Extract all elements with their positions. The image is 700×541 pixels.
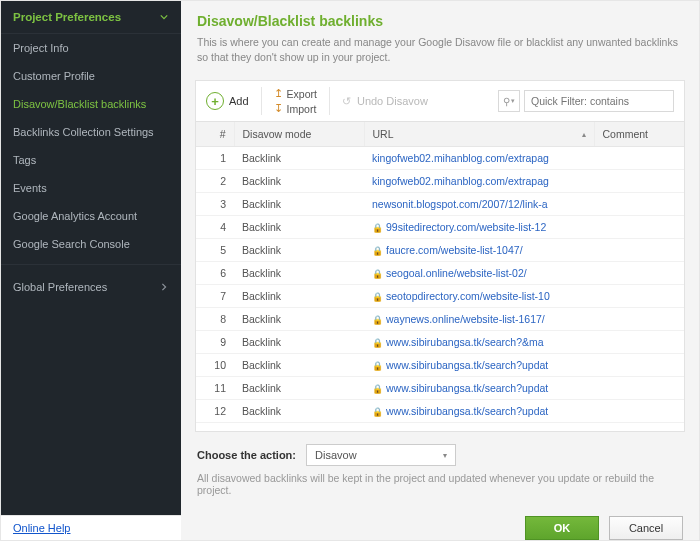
lock-icon: 🔒 — [372, 384, 383, 394]
sidebar-section-project-preferences[interactable]: Project Preferences — [1, 1, 181, 34]
col-header-url[interactable]: URL▴ — [364, 122, 594, 147]
sidebar-item-events[interactable]: Events — [1, 174, 181, 202]
sidebar-nav-list: Project InfoCustomer ProfileDisavow/Blac… — [1, 34, 181, 258]
cell-index: 9 — [196, 331, 234, 354]
cell-index: 7 — [196, 285, 234, 308]
lock-icon: 🔒 — [372, 407, 383, 417]
export-import-stack: ↥ Export ↧ Import — [274, 87, 317, 115]
cell-comment — [594, 262, 684, 285]
chevron-down-icon — [159, 12, 169, 22]
lock-icon: 🔒 — [372, 361, 383, 371]
table-row[interactable]: 11Backlink🔒www.sibirubangsa.tk/search?up… — [196, 377, 684, 400]
cell-mode: Backlink — [234, 400, 364, 423]
chevron-right-icon — [159, 282, 169, 292]
lock-icon: 🔒 — [372, 315, 383, 325]
toolbar-divider — [261, 87, 262, 115]
cell-mode: Backlink — [234, 354, 364, 377]
table-row[interactable]: 9Backlink🔒www.sibirubangsa.tk/search?&ma — [196, 331, 684, 354]
sidebar-section-label: Global Preferences — [13, 281, 107, 293]
page-description: This is where you can create and manage … — [197, 35, 683, 64]
table-row[interactable]: 4Backlink🔒99sitedirectory.com/website-li… — [196, 216, 684, 239]
cell-url[interactable]: newsonit.blogspot.com/2007/12/link-a — [364, 193, 594, 216]
table-row[interactable]: 6Backlink🔒seogoal.online/website-list-02… — [196, 262, 684, 285]
cancel-button[interactable]: Cancel — [609, 516, 683, 540]
cell-url[interactable]: kingofweb02.mihanblog.com/extrapag — [364, 170, 594, 193]
url-link[interactable]: www.sibirubangsa.tk/search?&ma — [386, 336, 544, 348]
url-link[interactable]: waynews.online/website-list-1617/ — [386, 313, 545, 325]
cell-url[interactable]: 🔒www.sibirubangsa.tk/search?&ma — [364, 331, 594, 354]
sidebar-item-backlinks-collection-settings[interactable]: Backlinks Collection Settings — [1, 118, 181, 146]
table-row[interactable]: 8Backlink🔒waynews.online/website-list-16… — [196, 308, 684, 331]
col-header-index[interactable]: # — [196, 122, 234, 147]
table-row[interactable]: 12Backlink🔒www.sibirubangsa.tk/search?up… — [196, 400, 684, 423]
search-input[interactable] — [524, 90, 674, 112]
cell-url[interactable]: 🔒waynews.online/website-list-1617/ — [364, 308, 594, 331]
cell-comment — [594, 285, 684, 308]
cell-mode: Backlink — [234, 285, 364, 308]
url-link[interactable]: seotopdirectory.com/website-list-10 — [386, 290, 550, 302]
cell-comment — [594, 400, 684, 423]
cell-url[interactable]: 🔒seotopdirectory.com/website-list-10 — [364, 285, 594, 308]
sidebar-item-tags[interactable]: Tags — [1, 146, 181, 174]
sidebar-item-project-info[interactable]: Project Info — [1, 34, 181, 62]
url-link[interactable]: www.sibirubangsa.tk/search?updat — [386, 382, 548, 394]
cell-url[interactable]: 🔒www.sibirubangsa.tk/search?updat — [364, 400, 594, 423]
url-link[interactable]: www.sibirubangsa.tk/search?updat — [386, 359, 548, 371]
sidebar-item-google-analytics-account[interactable]: Google Analytics Account — [1, 202, 181, 230]
sidebar-item-disavow-blacklist-backlinks[interactable]: Disavow/Blacklist backlinks — [1, 90, 181, 118]
table-row[interactable]: 3Backlinknewsonit.blogspot.com/2007/12/l… — [196, 193, 684, 216]
cell-comment — [594, 239, 684, 262]
footer-note: All disavowed backlinks will be kept in … — [197, 472, 683, 496]
table-body: 1Backlinkkingofweb02.mihanblog.com/extra… — [196, 147, 684, 432]
cell-index: 1 — [196, 147, 234, 170]
import-button[interactable]: ↧ Import — [274, 102, 317, 115]
url-link[interactable]: newsonit.blogspot.com/2007/12/link-a — [372, 198, 548, 210]
col-header-mode[interactable]: Disavow mode — [234, 122, 364, 147]
page-title: Disavow/Blacklist backlinks — [197, 13, 683, 29]
cell-url[interactable]: 🔒faucre.com/website-list-1047/ — [364, 239, 594, 262]
cell-comment — [594, 308, 684, 331]
table-row[interactable]: 2Backlinkkingofweb02.mihanblog.com/extra… — [196, 170, 684, 193]
cell-url[interactable]: 🔒seogoal.online/website-list-02/ — [364, 262, 594, 285]
export-button[interactable]: ↥ Export — [274, 87, 317, 100]
sidebar-item-google-search-console[interactable]: Google Search Console — [1, 230, 181, 258]
sidebar-column: Project Preferences Project InfoCustomer… — [1, 1, 181, 540]
cell-mode: Backlink — [234, 216, 364, 239]
url-link[interactable]: www.sibirubangsa.tk/search?updat — [386, 405, 548, 417]
cell-index: 11 — [196, 377, 234, 400]
cell-comment — [594, 331, 684, 354]
url-link[interactable]: 99sitedirectory.com/website-list-12 — [386, 221, 546, 233]
lock-icon: 🔒 — [372, 223, 383, 233]
cell-url[interactable]: kingofweb02.mihanblog.com/extrapag — [364, 147, 594, 170]
cell-comment — [594, 377, 684, 400]
url-link[interactable]: seogoal.online/website-list-02/ — [386, 267, 527, 279]
sidebar-item-customer-profile[interactable]: Customer Profile — [1, 62, 181, 90]
table-row[interactable]: 1Backlinkkingofweb02.mihanblog.com/extra… — [196, 147, 684, 170]
cell-url[interactable]: 🔒99sitedirectory.com/website-list-12 — [364, 216, 594, 239]
undo-disavow-button: ↺ Undo Disavow — [342, 95, 428, 108]
table-row[interactable]: 7Backlink🔒seotopdirectory.com/website-li… — [196, 285, 684, 308]
table-row[interactable]: 10Backlink🔒www.sibirubangsa.tk/search?up… — [196, 354, 684, 377]
sidebar-section-global-preferences[interactable]: Global Preferences — [1, 271, 181, 303]
import-icon: ↧ — [274, 102, 283, 115]
add-button[interactable]: + Add — [206, 92, 249, 110]
cell-mode: Backlink — [234, 331, 364, 354]
ok-button[interactable]: OK — [525, 516, 599, 540]
search-mode-dropdown[interactable]: ⚲▾ — [498, 90, 520, 112]
url-link[interactable]: kingofweb02.mihanblog.com/extrapag — [372, 152, 549, 164]
sidebar-separator — [1, 264, 181, 265]
url-link[interactable]: kingofweb02.mihanblog.com/extrapag — [372, 175, 549, 187]
online-help-link[interactable]: Online Help — [13, 522, 70, 534]
lock-icon: 🔒 — [372, 292, 383, 302]
cell-url[interactable]: 🔒www.sibirubangsa.tk/search?updat — [364, 377, 594, 400]
plus-icon: + — [206, 92, 224, 110]
url-link[interactable]: faucre.com/website-list-1047/ — [386, 244, 523, 256]
col-header-comment[interactable]: Comment — [594, 122, 684, 147]
cell-url[interactable]: 🔒www.sibirubangsa.tk/search?updat — [364, 354, 594, 377]
action-select[interactable]: Disavow ▾ — [306, 444, 456, 466]
page-header: Disavow/Blacklist backlinks This is wher… — [181, 1, 699, 70]
lock-icon: 🔒 — [372, 338, 383, 348]
toolbar-divider — [329, 87, 330, 115]
cell-comment — [594, 216, 684, 239]
table-row[interactable]: 5Backlink🔒faucre.com/website-list-1047/ — [196, 239, 684, 262]
